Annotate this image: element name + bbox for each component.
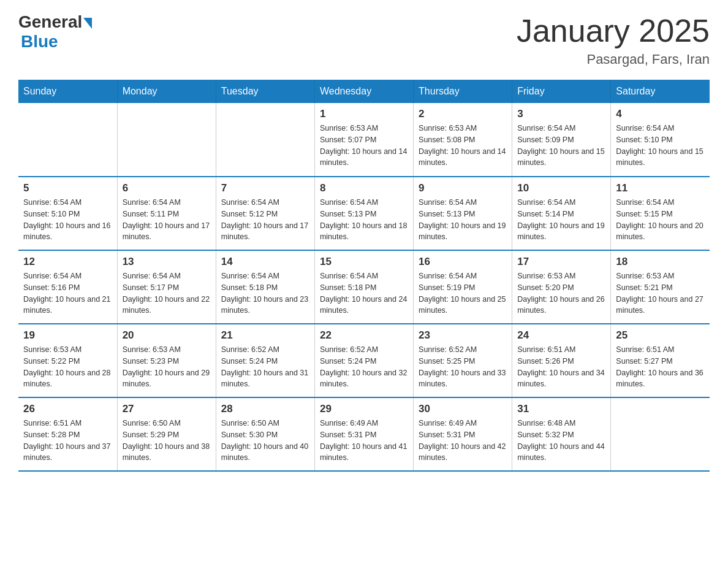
day-number: 9 [419,182,507,194]
day-number: 29 [320,403,408,415]
header-wednesday: Wednesday [314,80,413,103]
calendar-subtitle: Pasargad, Fars, Iran [517,52,710,67]
week-row-4: 19Sunrise: 6:53 AMSunset: 5:22 PMDayligh… [18,324,710,397]
calendar-cell: 4Sunrise: 6:54 AMSunset: 5:10 PMDaylight… [611,103,710,177]
day-info: Sunrise: 6:54 AMSunset: 5:14 PMDaylight:… [517,197,605,243]
calendar-table: SundayMondayTuesdayWednesdayThursdayFrid… [18,80,710,472]
calendar-cell: 29Sunrise: 6:49 AMSunset: 5:31 PMDayligh… [314,397,413,471]
day-number: 1 [320,108,408,120]
day-number: 4 [616,108,705,120]
day-info: Sunrise: 6:54 AMSunset: 5:18 PMDaylight:… [221,270,309,316]
day-info: Sunrise: 6:49 AMSunset: 5:31 PMDaylight:… [419,418,507,464]
day-number: 17 [517,256,605,268]
calendar-cell: 21Sunrise: 6:52 AMSunset: 5:24 PMDayligh… [216,324,314,397]
day-info: Sunrise: 6:53 AMSunset: 5:07 PMDaylight:… [320,123,408,169]
day-info: Sunrise: 6:52 AMSunset: 5:24 PMDaylight:… [221,344,309,390]
day-info: Sunrise: 6:54 AMSunset: 5:10 PMDaylight:… [23,197,112,243]
calendar-cell: 15Sunrise: 6:54 AMSunset: 5:18 PMDayligh… [314,250,413,324]
page-header: General Blue January 2025 Pasargad, Fars… [18,12,710,67]
logo: General Blue [18,12,92,52]
header-friday: Friday [512,80,611,103]
day-number: 27 [123,403,211,415]
day-info: Sunrise: 6:51 AMSunset: 5:27 PMDaylight:… [616,344,705,390]
day-number: 22 [320,329,408,342]
calendar-cell: 31Sunrise: 6:48 AMSunset: 5:32 PMDayligh… [512,397,611,471]
week-row-2: 5Sunrise: 6:54 AMSunset: 5:10 PMDaylight… [18,177,710,250]
day-number: 26 [23,403,112,415]
logo-triangle-icon [83,18,92,29]
day-number: 7 [221,182,309,194]
day-info: Sunrise: 6:52 AMSunset: 5:24 PMDaylight:… [320,344,408,390]
header-saturday: Saturday [611,80,710,103]
day-info: Sunrise: 6:51 AMSunset: 5:26 PMDaylight:… [517,344,605,390]
calendar-cell: 5Sunrise: 6:54 AMSunset: 5:10 PMDaylight… [18,177,117,250]
day-number: 20 [123,329,211,342]
calendar-cell: 8Sunrise: 6:54 AMSunset: 5:13 PMDaylight… [314,177,413,250]
day-info: Sunrise: 6:53 AMSunset: 5:08 PMDaylight:… [419,123,507,169]
day-info: Sunrise: 6:53 AMSunset: 5:22 PMDaylight:… [23,344,112,390]
calendar-cell: 20Sunrise: 6:53 AMSunset: 5:23 PMDayligh… [117,324,216,397]
day-info: Sunrise: 6:52 AMSunset: 5:25 PMDaylight:… [419,344,507,390]
calendar-cell: 2Sunrise: 6:53 AMSunset: 5:08 PMDaylight… [414,103,512,177]
calendar-cell [18,103,117,177]
day-number: 10 [517,182,605,194]
day-info: Sunrise: 6:54 AMSunset: 5:15 PMDaylight:… [616,197,705,243]
day-info: Sunrise: 6:54 AMSunset: 5:12 PMDaylight:… [221,197,309,243]
day-info: Sunrise: 6:51 AMSunset: 5:28 PMDaylight:… [23,418,112,464]
logo-general-text: General [18,12,82,32]
calendar-cell [117,103,216,177]
day-number: 11 [616,182,705,194]
logo-blue-text: Blue [21,32,58,52]
calendar-cell: 9Sunrise: 6:54 AMSunset: 5:13 PMDaylight… [414,177,512,250]
day-number: 16 [419,256,507,268]
calendar-cell: 28Sunrise: 6:50 AMSunset: 5:30 PMDayligh… [216,397,314,471]
calendar-cell: 22Sunrise: 6:52 AMSunset: 5:24 PMDayligh… [314,324,413,397]
day-info: Sunrise: 6:54 AMSunset: 5:10 PMDaylight:… [616,123,705,169]
calendar-cell: 23Sunrise: 6:52 AMSunset: 5:25 PMDayligh… [414,324,512,397]
day-number: 12 [23,256,112,268]
calendar-header-row: SundayMondayTuesdayWednesdayThursdayFrid… [18,80,710,103]
day-info: Sunrise: 6:54 AMSunset: 5:13 PMDaylight:… [320,197,408,243]
day-number: 6 [123,182,211,194]
week-row-5: 26Sunrise: 6:51 AMSunset: 5:28 PMDayligh… [18,397,710,471]
day-number: 18 [616,256,705,268]
calendar-cell [216,103,314,177]
day-info: Sunrise: 6:54 AMSunset: 5:17 PMDaylight:… [123,270,211,316]
header-thursday: Thursday [414,80,512,103]
calendar-cell: 6Sunrise: 6:54 AMSunset: 5:11 PMDaylight… [117,177,216,250]
calendar-cell: 16Sunrise: 6:54 AMSunset: 5:19 PMDayligh… [414,250,512,324]
week-row-3: 12Sunrise: 6:54 AMSunset: 5:16 PMDayligh… [18,250,710,324]
day-info: Sunrise: 6:50 AMSunset: 5:30 PMDaylight:… [221,418,309,464]
day-info: Sunrise: 6:48 AMSunset: 5:32 PMDaylight:… [517,418,605,464]
day-info: Sunrise: 6:53 AMSunset: 5:21 PMDaylight:… [616,270,705,316]
day-number: 3 [517,108,605,120]
calendar-cell: 19Sunrise: 6:53 AMSunset: 5:22 PMDayligh… [18,324,117,397]
day-number: 14 [221,256,309,268]
day-number: 30 [419,403,507,415]
day-info: Sunrise: 6:54 AMSunset: 5:19 PMDaylight:… [419,270,507,316]
day-number: 19 [23,329,112,342]
day-number: 13 [123,256,211,268]
day-number: 15 [320,256,408,268]
calendar-cell: 25Sunrise: 6:51 AMSunset: 5:27 PMDayligh… [611,324,710,397]
day-number: 25 [616,329,705,342]
day-number: 31 [517,403,605,415]
calendar-cell: 7Sunrise: 6:54 AMSunset: 5:12 PMDaylight… [216,177,314,250]
day-info: Sunrise: 6:50 AMSunset: 5:29 PMDaylight:… [123,418,211,464]
calendar-cell: 3Sunrise: 6:54 AMSunset: 5:09 PMDaylight… [512,103,611,177]
calendar-cell: 26Sunrise: 6:51 AMSunset: 5:28 PMDayligh… [18,397,117,471]
calendar-cell [611,397,710,471]
calendar-cell: 13Sunrise: 6:54 AMSunset: 5:17 PMDayligh… [117,250,216,324]
day-info: Sunrise: 6:53 AMSunset: 5:20 PMDaylight:… [517,270,605,316]
calendar-cell: 18Sunrise: 6:53 AMSunset: 5:21 PMDayligh… [611,250,710,324]
calendar-title: January 2025 [517,12,710,49]
calendar-cell: 30Sunrise: 6:49 AMSunset: 5:31 PMDayligh… [414,397,512,471]
header-tuesday: Tuesday [216,80,314,103]
day-info: Sunrise: 6:54 AMSunset: 5:16 PMDaylight:… [23,270,112,316]
calendar-cell: 27Sunrise: 6:50 AMSunset: 5:29 PMDayligh… [117,397,216,471]
day-info: Sunrise: 6:53 AMSunset: 5:23 PMDaylight:… [123,344,211,390]
week-row-1: 1Sunrise: 6:53 AMSunset: 5:07 PMDaylight… [18,103,710,177]
day-info: Sunrise: 6:54 AMSunset: 5:11 PMDaylight:… [123,197,211,243]
day-info: Sunrise: 6:54 AMSunset: 5:09 PMDaylight:… [517,123,605,169]
header-monday: Monday [117,80,216,103]
